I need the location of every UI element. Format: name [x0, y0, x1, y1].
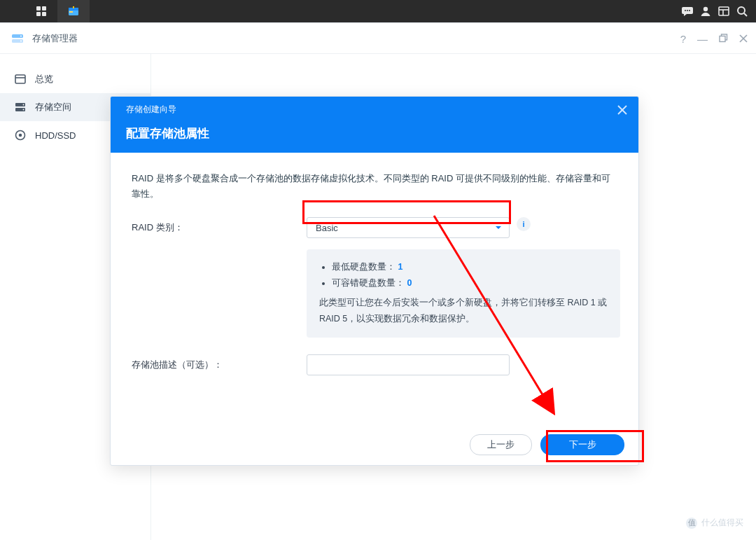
window-controls: ? —: [680, 23, 748, 54]
app-header: 存储管理器 ? —: [0, 23, 756, 54]
svg-point-20: [20, 40, 22, 41]
pool-desc-input[interactable]: [307, 354, 510, 375]
svg-point-11: [704, 7, 708, 11]
raid-type-select[interactable]: Basic: [307, 217, 510, 238]
modal-header: 存储创建向导 配置存储池属性: [111, 97, 638, 153]
storage-icon: [14, 101, 27, 113]
raid-info-panel: 最低硬盘数量： 1 可容错硬盘数量： 0 此类型可让您在今后安装一个或多个新硬盘…: [307, 249, 620, 338]
raid-note: 此类型可让您在今后安装一个或多个新硬盘，并将它们转移至 RAID 1 或 RAI…: [319, 295, 608, 326]
fault-tolerance-label: 可容错硬盘数量：: [332, 278, 405, 288]
user-icon[interactable]: [699, 4, 713, 18]
svg-rect-6: [73, 6, 74, 8]
topbar-package-button[interactable]: [57, 0, 90, 22]
svg-point-32: [20, 134, 22, 137]
topbar-apps-button[interactable]: [25, 0, 57, 22]
raid-info-button[interactable]: i: [517, 217, 531, 231]
sidebar-item-overview[interactable]: 总览: [0, 65, 150, 93]
fault-tolerance-value: 0: [407, 278, 412, 288]
next-button[interactable]: 下一步: [540, 434, 624, 455]
modal-description: RAID 是将多个硬盘聚合成一个存储池的数据存储虚拟化技术。不同类型的 RAID…: [132, 171, 617, 202]
sidebar-item-label: HDD/SSD: [35, 130, 76, 141]
pool-desc-label: 存储池描述（可选）：: [132, 354, 307, 371]
app-title: 存储管理器: [32, 32, 78, 45]
chat-bubble-icon[interactable]: [680, 4, 694, 18]
svg-rect-25: [15, 75, 25, 83]
svg-point-10: [689, 10, 690, 11]
package-icon: [67, 5, 80, 18]
modal-close-button[interactable]: [617, 105, 627, 118]
disk-icon: [14, 129, 27, 141]
os-topbar: [0, 0, 756, 22]
raid-type-label: RAID 类别：: [132, 217, 307, 234]
svg-rect-7: [69, 11, 73, 13]
svg-rect-12: [719, 7, 729, 15]
svg-rect-2: [36, 12, 41, 16]
svg-rect-0: [36, 6, 41, 11]
svg-point-8: [685, 10, 686, 11]
svg-point-15: [738, 7, 745, 14]
svg-point-9: [687, 10, 688, 11]
svg-point-29: [23, 104, 24, 106]
watermark-icon: 值: [686, 518, 697, 529]
sidebar-item-label: 总览: [35, 73, 53, 85]
close-icon[interactable]: [739, 33, 748, 45]
raid-type-value: Basic: [316, 223, 338, 233]
modal-footer: 上一步 下一步: [111, 424, 638, 465]
svg-rect-22: [720, 36, 725, 41]
wizard-modal: 存储创建向导 配置存储池属性 RAID 是将多个硬盘聚合成一个存储池的数据存储虚…: [110, 96, 639, 466]
modal-body: RAID 是将多个硬盘聚合成一个存储池的数据存储虚拟化技术。不同类型的 RAID…: [111, 153, 638, 375]
svg-rect-1: [42, 6, 46, 11]
app-icon: [10, 31, 25, 46]
watermark-text: 什么值得买: [701, 517, 743, 529]
search-icon[interactable]: [735, 4, 749, 18]
svg-line-16: [744, 13, 747, 16]
min-disks-value: 1: [398, 262, 402, 272]
svg-rect-3: [42, 12, 46, 16]
back-button[interactable]: 上一步: [470, 434, 532, 455]
watermark: 值 什么值得买: [686, 517, 743, 529]
window-panels-icon[interactable]: [717, 4, 731, 18]
sidebar-item-label: 存储空间: [35, 101, 71, 113]
minimize-icon[interactable]: —: [697, 33, 708, 45]
section-title: 配置存储池属性: [126, 125, 626, 141]
overview-icon: [14, 73, 27, 85]
min-disks-label: 最低硬盘数量：: [332, 262, 396, 272]
grid-apps-icon: [36, 6, 47, 17]
svg-point-19: [20, 35, 22, 36]
restore-icon[interactable]: [719, 33, 728, 45]
chevron-down-icon: [493, 223, 503, 235]
wizard-title: 存储创建向导: [126, 104, 626, 116]
help-icon[interactable]: ?: [680, 33, 686, 45]
svg-point-30: [23, 109, 24, 111]
